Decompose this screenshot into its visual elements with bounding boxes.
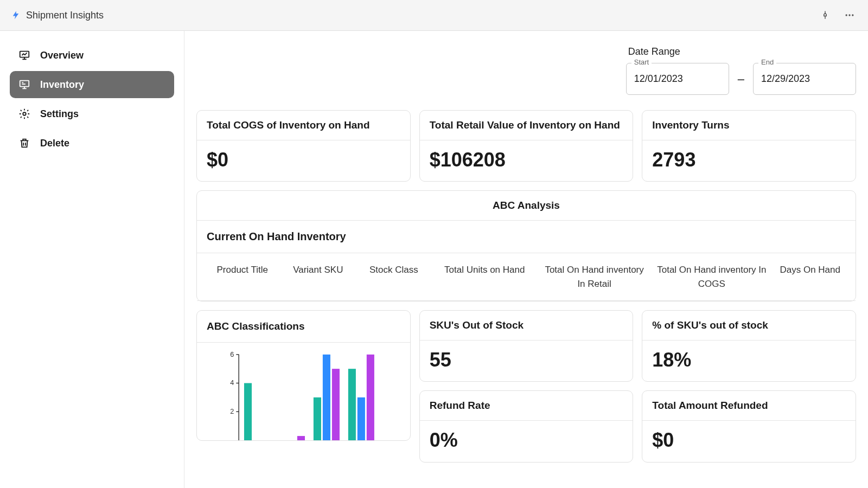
abc-subtitle: Current On Hand Inventory (197, 221, 856, 253)
abc-analysis-card: ABC Analysis Current On Hand Inventory P… (196, 190, 856, 301)
date-separator: – (736, 72, 746, 86)
sidebar-item-settings[interactable]: Settings (10, 100, 174, 127)
pin-button[interactable] (818, 8, 832, 22)
abc-col: Stock Class (356, 263, 432, 291)
abc-chart: 246 (197, 343, 410, 440)
stats-row: Total COGS of Inventory on Hand $0 Total… (196, 110, 856, 182)
overview-icon (18, 49, 30, 61)
date-end-input[interactable] (753, 63, 856, 95)
abc-col: Product Title (205, 263, 280, 291)
mid-col: SKU's Out of Stock 55 Refund Rate 0% (419, 310, 634, 462)
abc-title: ABC Analysis (197, 191, 856, 221)
stat-title: % of SKU's out of stock (652, 319, 846, 331)
svg-point-3 (852, 14, 853, 16)
logo-icon (11, 10, 21, 20)
stat-value: $0 (207, 148, 400, 171)
svg-point-2 (848, 14, 850, 16)
svg-rect-26 (332, 369, 340, 440)
svg-point-1 (846, 14, 847, 16)
abc-col: Total Units on Hand (432, 263, 538, 291)
svg-text:2: 2 (230, 408, 234, 415)
stat-card-total-refunded: Total Amount Refunded $0 (642, 390, 856, 462)
svg-rect-22 (244, 383, 252, 440)
svg-point-12 (23, 112, 26, 115)
stat-card-refund-rate: Refund Rate 0% (419, 390, 634, 462)
more-button[interactable] (842, 8, 857, 23)
svg-rect-27 (348, 369, 356, 440)
abc-col: Total On Hand inventory In COGS (651, 263, 772, 291)
main-layout: Overview Inventory Settings (0, 31, 868, 488)
stat-title: Refund Rate (430, 400, 623, 412)
abc-col: Total On Hand inventory In Retail (538, 263, 651, 291)
date-range-title: Date Range (628, 46, 856, 57)
app-title: Shipment Insights (26, 10, 104, 21)
date-start-label: Start (631, 58, 652, 66)
abc-classifications-title: ABC Classifications (197, 311, 410, 343)
stat-title: Total Amount Refunded (652, 400, 846, 412)
date-start-field: Start (626, 63, 729, 95)
svg-rect-28 (358, 397, 365, 440)
sidebar-item-inventory[interactable]: Inventory (10, 71, 174, 98)
svg-rect-23 (297, 436, 305, 440)
date-range-block: Date Range Start – End (626, 46, 856, 95)
date-inputs: Start – End (626, 63, 856, 95)
date-end-field: End (753, 63, 856, 95)
stat-value: 2793 (652, 148, 846, 171)
date-start-input[interactable] (626, 63, 729, 95)
bottom-grid: ABC Classifications 246 SKU's Out of Sto… (196, 310, 856, 462)
sidebar-item-label: Delete (40, 138, 69, 149)
stat-title: SKU's Out of Stock (430, 319, 623, 331)
abc-col: Days On Hand (772, 263, 848, 291)
stat-card-pct-out: % of SKU's out of stock 18% (642, 310, 856, 382)
sidebar-item-delete[interactable]: Delete (10, 130, 174, 157)
gear-icon (18, 108, 30, 120)
svg-rect-29 (367, 355, 374, 440)
svg-rect-24 (314, 397, 321, 440)
sidebar-item-label: Overview (40, 50, 84, 61)
date-range-row: Date Range Start – End (196, 46, 856, 95)
sidebar-item-label: Inventory (40, 79, 84, 91)
stat-title: Total COGS of Inventory on Hand (207, 119, 400, 131)
svg-text:6: 6 (230, 351, 234, 358)
stat-title: Inventory Turns (652, 119, 846, 131)
stat-value: $106208 (430, 148, 623, 171)
date-end-label: End (758, 58, 776, 66)
stat-value: $0 (652, 428, 846, 452)
abc-table-head: Product Title Variant SKU Stock Class To… (197, 253, 856, 301)
stat-card-turns: Inventory Turns 2793 (642, 110, 856, 182)
header-left: Shipment Insights (11, 10, 104, 21)
stat-value: 18% (652, 348, 846, 371)
app-header: Shipment Insights (0, 0, 868, 31)
trash-icon (18, 137, 30, 149)
sidebar-item-label: Settings (40, 108, 79, 120)
abc-chart-svg: 246 (201, 350, 406, 440)
right-col: % of SKU's out of stock 18% Total Amount… (642, 310, 856, 462)
stat-card-sku-out: SKU's Out of Stock 55 (419, 310, 634, 382)
stat-value: 55 (430, 348, 623, 371)
sidebar-item-overview[interactable]: Overview (10, 42, 174, 69)
content: Date Range Start – End Total COGS of Inv… (184, 31, 868, 488)
abc-classifications-card: ABC Classifications 246 (196, 310, 411, 441)
header-actions (818, 8, 857, 23)
inventory-icon (18, 79, 30, 91)
svg-rect-25 (323, 355, 330, 440)
abc-col: Variant SKU (280, 263, 356, 291)
sidebar: Overview Inventory Settings (0, 31, 184, 488)
stat-card-retail: Total Retail Value of Inventory on Hand … (419, 110, 634, 182)
stat-value: 0% (430, 428, 623, 452)
stat-card-cogs: Total COGS of Inventory on Hand $0 (196, 110, 411, 182)
svg-text:4: 4 (230, 380, 234, 387)
stat-title: Total Retail Value of Inventory on Hand (430, 119, 623, 131)
